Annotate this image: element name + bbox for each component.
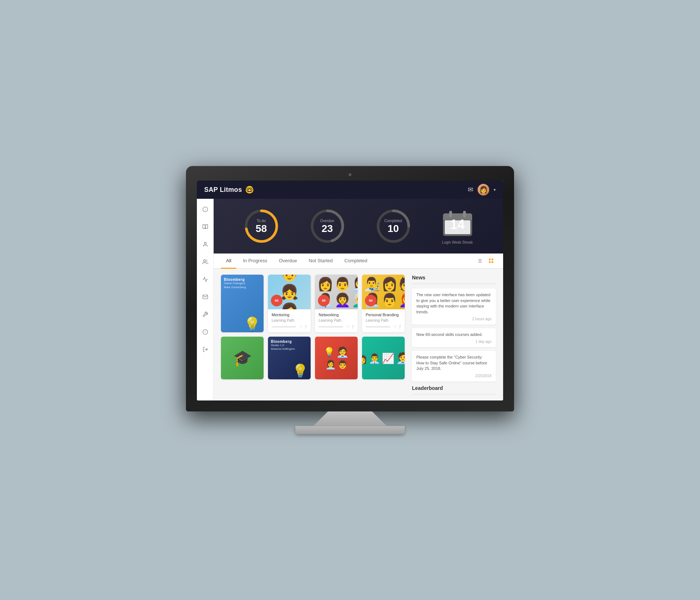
monitor-base <box>295 426 405 434</box>
progress-bar-container <box>366 326 390 328</box>
screen: SAP Litmos 🤓 ✉ 👩 ▾ i <box>197 181 503 400</box>
course-card-personal-branding[interactable]: 👨‍🎨👩🧑 👩‍💼👨👩‍🦰 60 Personal Branding Learn… <box>362 275 405 332</box>
sidebar-icon-analytics[interactable] <box>200 274 210 284</box>
bloomberg-brand: Bloomberg <box>224 278 261 282</box>
svg-rect-28 <box>491 262 493 263</box>
news-text-2: New 60-second skills courses added. <box>416 332 491 337</box>
logo: SAP Litmos 🤓 <box>204 185 254 194</box>
svg-text:i: i <box>205 208 206 212</box>
content-main: Bloomberg Game ChangersMark Zuckerberg 💡… <box>214 269 503 400</box>
news-item-2: New 60-second skills courses added. 1 da… <box>412 328 496 347</box>
app-name: SAP Litmos <box>204 186 242 194</box>
sidebar: i <box>197 199 214 400</box>
share-icon[interactable]: ⤴ <box>352 325 354 329</box>
tab-completed[interactable]: Completed <box>339 253 373 269</box>
sidebar-icon-groups[interactable] <box>200 257 210 267</box>
content-area: To do 58 <box>214 199 503 400</box>
completed-text: Completed 10 <box>384 219 402 234</box>
courses-grid: Bloomberg Game ChangersMark Zuckerberg 💡… <box>221 275 405 379</box>
lightbulb-decoration: 💡 <box>244 316 261 332</box>
stat-completed: Completed 10 <box>375 208 412 244</box>
stat-overdue: Overdue 23 <box>309 208 346 244</box>
course-card-networking[interactable]: 👩👨👩‍💼 👨‍💼👩‍🦱👨‍🦳 60 Networking Learning P… <box>315 275 358 332</box>
todo-text: To do 58 <box>256 219 267 234</box>
card-actions: ♡ ⤴ <box>393 325 401 329</box>
completed-label: Completed <box>384 219 402 223</box>
calendar-widget: 14 Login Week Streak <box>441 208 474 244</box>
courses-section: Bloomberg Game ChangersMark Zuckerberg 💡… <box>221 275 405 394</box>
course-thumbnail-personal-branding: 👨‍🎨👩🧑 👩‍💼👨👩‍🦰 60 <box>362 275 405 309</box>
like-icon[interactable]: ♡ <box>299 325 303 329</box>
stat-todo: To do 58 <box>243 208 280 244</box>
like-icon[interactable]: ♡ <box>346 325 350 329</box>
mail-icon[interactable]: ✉ <box>468 186 473 194</box>
svg-rect-25 <box>489 259 491 260</box>
overdue-text: Overdue 23 <box>320 219 334 234</box>
tabs-list: All In Progress Overdue Not Started Comp… <box>221 253 372 268</box>
news-text-1: The new user interface has been updated … <box>416 292 491 315</box>
course-thumbnail-networking: 👩👨👩‍💼 👨‍💼👩‍🦱👨‍🦳 60 <box>315 275 358 309</box>
tab-not-started[interactable]: Not Started <box>304 253 338 269</box>
streak-label: Login Week Streak <box>442 240 472 244</box>
overdue-circle-container: Overdue 23 <box>309 208 346 244</box>
course-card-litmos[interactable]: 🎓 Litmos Onboarding <box>221 337 264 379</box>
graduation-icon: 🎓 <box>233 349 252 367</box>
tabs-section: All In Progress Overdue Not Started Comp… <box>214 253 503 269</box>
todo-value: 58 <box>256 224 267 234</box>
sidebar-icon-user[interactable] <box>200 239 210 249</box>
tab-in-progress[interactable]: In Progress <box>238 253 272 269</box>
news-time-1: 2 hours ago <box>416 317 491 321</box>
svg-rect-16 <box>449 211 452 217</box>
view-toggles <box>475 256 496 266</box>
course-thumbnail-bloomberg-zuck: Bloomberg Game ChangersMark Zuckerberg 💡 <box>221 275 264 332</box>
monitor-wrapper: SAP Litmos 🤓 ✉ 👩 ▾ i <box>186 166 514 434</box>
course-footer-mentoring: ♡ ⤴ <box>272 325 307 329</box>
share-icon[interactable]: ⤴ <box>305 325 307 329</box>
team-figures: 👩 👨‍💼 📈 🧑‍💼 <box>362 349 405 367</box>
sidebar-icon-info[interactable]: i <box>200 204 210 214</box>
card-actions: ♡ ⤴ <box>346 325 354 329</box>
nav-right: ✉ 👩 ▾ <box>468 184 496 196</box>
course-info-branding: Personal Branding Learning Path ♡ <box>362 309 405 332</box>
course-type-mentoring: Learning Path <box>272 318 307 322</box>
user-menu-chevron[interactable]: ▾ <box>494 187 496 192</box>
main-layout: i <box>197 199 503 400</box>
group-dynamics-figures: 💡 🧑‍💼 👩‍💼 👨 <box>315 343 358 373</box>
sidebar-icon-messages[interactable] <box>200 292 210 302</box>
course-thumbnail-mentoring: 👴👧👩 60 <box>268 275 311 309</box>
tab-overdue[interactable]: Overdue <box>274 253 302 269</box>
news-title: News <box>412 275 496 284</box>
grid-view-btn[interactable] <box>486 256 496 266</box>
monitor-bezel: SAP Litmos 🤓 ✉ 👩 ▾ i <box>186 166 514 411</box>
course-card[interactable]: Bloomberg Game ChangersMark Zuckerberg 💡… <box>221 275 264 332</box>
svg-rect-17 <box>463 211 466 217</box>
course-card-team[interactable]: 👩 👨‍💼 📈 🧑‍💼 Increasing Team <box>362 337 405 379</box>
course-title-branding: Personal Branding <box>366 312 401 317</box>
course-footer-branding: ♡ ⤴ <box>366 325 401 329</box>
sidebar-icon-tools[interactable] <box>200 309 210 320</box>
course-card-bloomberg-studio[interactable]: Bloomberg Studio 1.0Arianna Huffington 💡… <box>268 337 311 379</box>
lightbulb-decoration-studio: 💡 <box>292 363 308 379</box>
overdue-value: 23 <box>320 224 334 234</box>
svg-rect-26 <box>491 259 493 260</box>
news-item-1: The new user interface has been updated … <box>412 289 496 325</box>
course-card-mentoring[interactable]: 👴👧👩 60 Mentoring Learning Path <box>268 275 311 332</box>
sidebar-icon-about[interactable] <box>200 327 210 337</box>
course-thumbnail-litmos: 🎓 <box>221 337 264 379</box>
share-icon[interactable]: ⤴ <box>399 325 401 329</box>
completed-value: 10 <box>384 224 402 234</box>
calendar-icon: 14 <box>441 208 474 239</box>
news-time-3: 2/20/2018 <box>416 374 491 378</box>
news-item-3: Please complete the "Cyber Security: How… <box>412 351 496 381</box>
news-time-2: 1 day ago <box>416 340 491 344</box>
tab-all[interactable]: All <box>221 253 236 269</box>
sidebar-icon-courses[interactable] <box>200 222 210 232</box>
progress-bar-container <box>319 326 343 328</box>
sidebar-icon-integrations[interactable] <box>200 344 210 355</box>
like-icon[interactable]: ♡ <box>393 325 397 329</box>
course-card-group-dynamics[interactable]: 💡 🧑‍💼 👩‍💼 👨 Group Dynamics <box>315 337 358 379</box>
list-view-btn[interactable] <box>475 256 484 266</box>
course-title-networking: Networking <box>319 312 354 317</box>
course-type-networking: Learning Path <box>319 318 354 322</box>
avatar[interactable]: 👩 <box>478 184 489 196</box>
